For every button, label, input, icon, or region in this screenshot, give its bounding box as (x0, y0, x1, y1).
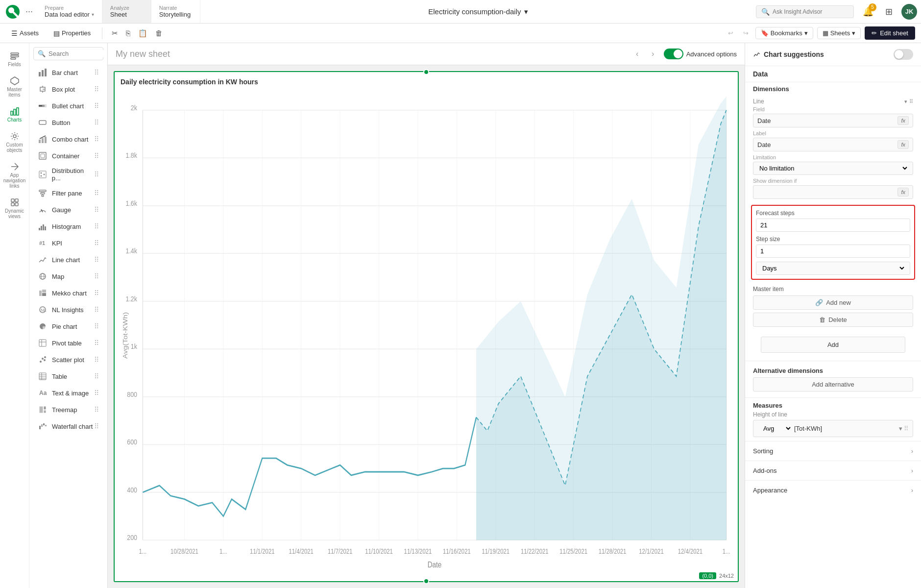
chart-item-text-image[interactable]: Aa Text & image ⠿ (33, 385, 103, 401)
bookmarks-button[interactable]: 🔖 Bookmarks ▾ (755, 27, 813, 39)
forecast-steps-input[interactable] (756, 219, 910, 232)
search-input[interactable] (773, 8, 841, 15)
drag-handle[interactable]: ⠿ (904, 425, 909, 432)
paste-button[interactable]: 📋 (135, 26, 151, 40)
prev-sheet-button[interactable]: ‹ (630, 47, 644, 61)
chart-item-pie-chart[interactable]: Pie chart ⠿ (33, 318, 103, 335)
chart-item-container[interactable]: Container ⠿ (33, 147, 103, 164)
advanced-options-toggle[interactable] (664, 49, 683, 59)
drag-handle[interactable]: ⠿ (94, 372, 99, 380)
sidebar-item-charts[interactable]: Charts (1, 102, 28, 126)
resize-handle-top[interactable] (423, 69, 429, 75)
chart-item-bar-chart[interactable]: Bar chart ⠿ (33, 64, 103, 81)
drag-handle[interactable]: ⠿ (94, 406, 99, 414)
apps-button[interactable]: ⊞ (882, 3, 896, 20)
nav-narrate[interactable]: Narrate Storytelling (151, 0, 200, 23)
drag-handle[interactable]: ⠿ (94, 222, 99, 230)
drag-handle[interactable]: ⠿ (94, 422, 99, 430)
drag-handle[interactable]: ⠿ (94, 322, 99, 330)
drag-handle[interactable]: ⠿ (94, 289, 99, 297)
step-size-input[interactable] (756, 245, 910, 258)
field-input[interactable] (757, 117, 896, 124)
sidebar-item-custom-objects[interactable]: Custom objects (1, 127, 28, 157)
measure-func-select[interactable]: Avg Sum Count (757, 422, 792, 435)
addons-section[interactable]: Add-ons › (745, 463, 921, 478)
drag-handle[interactable]: ⠿ (94, 171, 99, 178)
drag-handle[interactable]: ⠿ (94, 135, 99, 143)
expand-icon[interactable]: ▾ (904, 98, 907, 105)
add-button[interactable]: Add (761, 337, 905, 353)
next-sheet-button[interactable]: › (646, 47, 660, 61)
chart-item-waterfall-chart[interactable]: Waterfall chart ⠿ (33, 418, 103, 435)
limitation-dropdown[interactable]: No limitation (753, 162, 913, 175)
days-dropdown[interactable]: Days Hours Weeks Months (756, 262, 910, 275)
appearance-section[interactable]: Appearance › (745, 483, 921, 498)
drag-handle[interactable]: ⠿ (94, 152, 99, 160)
notifications-button[interactable]: 🔔 5 (860, 3, 876, 20)
delete-button[interactable]: 🗑 (152, 26, 166, 40)
drag-handle[interactable]: ⠿ (94, 339, 99, 347)
sheets-button[interactable]: ▦ Sheets ▾ (817, 27, 861, 39)
fx-button[interactable]: fx (897, 116, 909, 125)
chart-item-box-plot[interactable]: Box plot ⠿ (33, 81, 103, 98)
assets-button[interactable]: ☰ Assets (6, 27, 44, 40)
edit-sheet-button[interactable]: ✏ Edit sheet (865, 26, 915, 40)
redo-button[interactable]: ↪ (740, 26, 751, 40)
chart-item-gauge[interactable]: Gauge ⠿ (33, 201, 103, 218)
more-options-icon[interactable]: ··· (22, 4, 37, 19)
drag-handle[interactable]: ⠿ (94, 356, 99, 364)
chart-item-mekko[interactable]: Mekko chart ⠿ (33, 285, 103, 301)
chart-item-histogram[interactable]: Histogram ⠿ (33, 218, 103, 235)
add-alternative-button[interactable]: Add alternative (753, 377, 913, 392)
nav-prepare[interactable]: Prepare Data load editor ▾ (37, 0, 102, 23)
properties-button[interactable]: ▤ Properties (48, 27, 96, 40)
fx-button-label[interactable]: fx (897, 140, 909, 149)
drag-handle[interactable]: ⠿ (94, 256, 99, 264)
avatar[interactable]: JK (901, 4, 917, 20)
drag-handle[interactable]: ⠿ (94, 306, 99, 314)
undo-button[interactable]: ↩ (725, 26, 736, 40)
drag-handle[interactable]: ⠿ (94, 102, 99, 110)
chart-item-combo-chart[interactable]: Combo chart ⠿ (33, 131, 103, 147)
nav-analyze[interactable]: Analyze Sheet (102, 0, 151, 23)
chart-item-nl-insights[interactable]: NL NL Insights ⠿ (33, 301, 103, 318)
chart-item-treemap[interactable]: Treemap ⠿ (33, 401, 103, 418)
chart-item-pivot-table[interactable]: Pivot table ⠿ (33, 335, 103, 351)
drag-handle[interactable]: ⠿ (94, 189, 99, 197)
drag-handle[interactable]: ⠿ (94, 389, 99, 397)
chart-item-table[interactable]: Table ⠿ (33, 368, 103, 385)
drag-handle[interactable]: ⠿ (94, 206, 99, 214)
label-input[interactable] (757, 141, 896, 148)
sidebar-item-master-items[interactable]: Master items (1, 72, 28, 101)
sidebar-item-fields[interactable]: Fields (1, 47, 28, 71)
drag-handle[interactable]: ⠿ (94, 119, 99, 126)
days-select[interactable]: Days Hours Weeks Months (760, 264, 906, 272)
sidebar-item-dynamic-views[interactable]: Dynamic views (1, 194, 28, 223)
drag-handle[interactable]: ⠿ (94, 272, 99, 280)
sidebar-item-app-nav[interactable]: App navigation links (1, 158, 28, 193)
add-new-button[interactable]: 🔗 Add new (753, 295, 913, 310)
limitation-select[interactable]: No limitation (757, 164, 909, 172)
chart-item-filter-pane[interactable]: Filter pane ⠿ (33, 185, 103, 201)
copy-button[interactable]: ⎘ (122, 26, 134, 40)
chart-item-button[interactable]: Button ⠿ (33, 114, 103, 131)
drag-icon[interactable]: ⠿ (909, 98, 913, 105)
chart-suggestions-toggle[interactable] (894, 49, 913, 60)
drag-handle[interactable]: ⠿ (94, 85, 99, 93)
chart-item-bullet-chart[interactable]: Bullet chart ⠿ (33, 98, 103, 114)
chart-item-line-chart[interactable]: Line chart ⠿ (33, 251, 103, 268)
chart-search-input[interactable] (48, 50, 107, 57)
resize-handle-bottom[interactable] (423, 578, 429, 584)
chart-item-kpi[interactable]: #1 KPI ⠿ (33, 235, 103, 251)
chart-item-map[interactable]: Map ⠿ (33, 268, 103, 285)
drag-handle[interactable]: ⠿ (94, 239, 99, 247)
sorting-section[interactable]: Sorting › (745, 443, 921, 459)
delete-button[interactable]: 🗑 Delete (753, 313, 913, 327)
app-title[interactable]: Electricity consumption-daily ▾ (428, 7, 528, 16)
drag-handle[interactable]: ⠿ (94, 69, 99, 76)
cut-button[interactable]: ✂ (108, 26, 121, 40)
fx-button-dim-if[interactable]: fx (897, 188, 909, 196)
show-dim-if-input[interactable] (757, 189, 896, 196)
chart-item-distribution-p[interactable]: Distribution p... ⠿ (33, 164, 103, 185)
panel-search[interactable]: 🔍 (33, 47, 103, 60)
